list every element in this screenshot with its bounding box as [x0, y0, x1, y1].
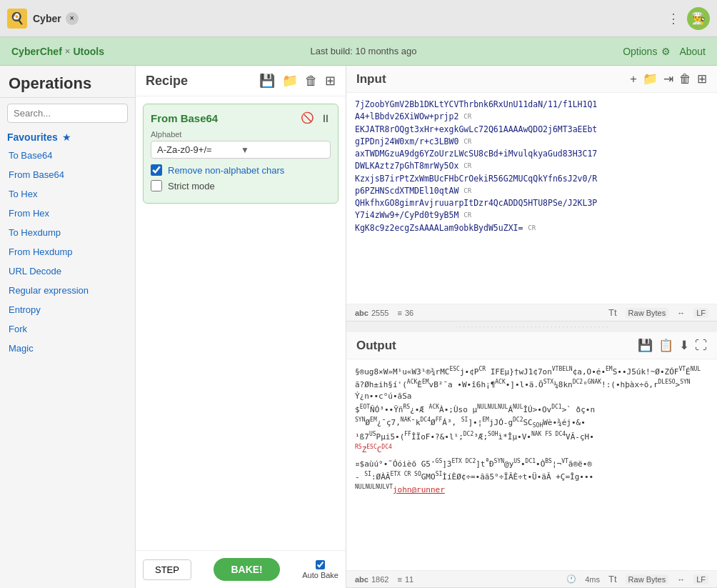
output-lines-icon: ≡: [397, 575, 401, 584]
recipe-operation-from-base64: From Base64 🚫 ⏸ Alphabet A-Za-z0-9+/= ▼ …: [143, 104, 339, 204]
star-icon: ★: [62, 131, 71, 143]
auto-bake-label: Auto Bake: [302, 571, 339, 579]
abc-icon: abc: [355, 309, 368, 317]
download-output-button[interactable]: ⬇: [679, 338, 689, 353]
output-lf-button[interactable]: LF: [693, 574, 708, 584]
save-recipe-button[interactable]: 💾: [259, 73, 275, 89]
output-lines-badge: ≡ 11: [397, 575, 413, 584]
op-title: From Base64: [151, 112, 218, 124]
output-actions: 💾 📋 ⬇ ⛶: [638, 338, 707, 353]
build-info: Last build: 10 months ago: [311, 46, 417, 56]
output-title: Output: [356, 339, 638, 353]
output-abc-icon: abc: [355, 575, 368, 584]
gear-icon: ⚙: [661, 46, 671, 57]
clear-input-button[interactable]: 🗑: [679, 71, 691, 86]
output-char-count: 1862: [371, 575, 388, 584]
sidebar-item-to-hex[interactable]: To Hex: [0, 184, 135, 204]
strict-mode-row: Strict mode: [151, 180, 331, 191]
sidebar-item-from-hexdump[interactable]: From Hexdump: [0, 242, 135, 261]
nav-separator: ×: [65, 46, 71, 56]
sidebar-item-fork[interactable]: Fork: [0, 319, 135, 339]
favourites-section[interactable]: Favourites ★: [0, 129, 135, 146]
input-abc-badge: abc 2555: [355, 309, 388, 317]
utools-link[interactable]: Utools: [73, 46, 104, 57]
clear-recipe-button[interactable]: 🗑: [305, 73, 318, 89]
remove-nonalpha-checkbox[interactable]: [151, 164, 162, 176]
app-title: Cyber: [33, 13, 61, 24]
sidebar-item-to-base64[interactable]: To Base64: [0, 146, 135, 165]
input-panel: Input + 📁 ⇥ 🗑 ⊞ 7jZoobYGmV2Bb1DKLtYCVThr…: [346, 66, 717, 322]
recipe-actions: 💾 📁 🗑 ⊞: [259, 73, 336, 89]
disable-op-button[interactable]: 🚫: [301, 111, 314, 124]
panel-divider: · · · · · · · · · · · · · · · · · · · · …: [346, 322, 717, 332]
bake-button[interactable]: BAKE!: [214, 558, 279, 581]
output-footer: abc 1862 ≡ 11 🕐 4ms Tt Raw Bytes ↔ LF: [346, 570, 717, 587]
sidebar-item-from-base64[interactable]: From Base64: [0, 165, 135, 184]
load-url-button[interactable]: ⇥: [663, 71, 673, 86]
sidebar-item-to-hexdump[interactable]: To Hexdump: [0, 223, 135, 242]
auto-bake-checkbox[interactable]: [316, 560, 325, 569]
input-header: Input + 📁 ⇥ 🗑 ⊞: [346, 66, 717, 93]
input-title: Input: [356, 72, 630, 86]
copy-output-button[interactable]: 📋: [658, 338, 673, 353]
add-input-button[interactable]: +: [630, 71, 637, 86]
op-header: From Base64 🚫 ⏸: [151, 111, 331, 124]
logo-icon: 🍳: [10, 11, 24, 25]
tt-icon: Tt: [608, 307, 617, 318]
alphabet-field: Alphabet A-Za-z0-9+/= ▼: [151, 130, 331, 159]
lines-icon: ≡: [397, 309, 401, 317]
lf-button[interactable]: LF: [693, 308, 708, 318]
strict-mode-checkbox[interactable]: [151, 180, 162, 191]
raw-bytes-button[interactable]: Raw Bytes: [626, 308, 669, 318]
expand-output-button[interactable]: ⛶: [695, 338, 707, 353]
load-recipe-button[interactable]: 📁: [282, 73, 298, 89]
alphabet-select[interactable]: A-Za-z0-9+/= ▼: [151, 141, 331, 159]
input-content[interactable]: 7jZoobYGmV2Bb1DKLtYCVThrbnk6RxUnU11daN/1…: [346, 93, 717, 304]
output-header: Output 💾 📋 ⬇ ⛶: [346, 332, 717, 359]
more-options-icon[interactable]: ⋮: [667, 11, 680, 26]
strict-mode-label: Strict mode: [168, 181, 215, 191]
close-button[interactable]: ×: [66, 12, 79, 25]
cyberchef-link[interactable]: CyberChef: [11, 46, 62, 57]
alphabet-value: A-Za-z0-9+/=: [157, 144, 241, 155]
titlebar: 🍳 Cyber × ⋮ 👨‍🍳: [0, 0, 717, 37]
sidebar: Operations Favourites ★ To Base64 From B…: [0, 66, 136, 588]
avatar-icon: 👨‍🍳: [691, 11, 706, 25]
sidebar-item-magic[interactable]: Magic: [0, 339, 135, 358]
sidebar-item-from-hex[interactable]: From Hex: [0, 204, 135, 223]
app-logo: 🍳: [7, 9, 27, 29]
output-lines-count: 11: [405, 575, 413, 584]
options-label: Options: [623, 46, 657, 57]
dropdown-arrow-icon: ▼: [241, 145, 324, 155]
recipe-panel: Recipe 💾 📁 🗑 ⊞ From Base64 🚫 ⏸ Alphabet: [136, 66, 346, 588]
favourites-label: Favourites: [7, 131, 58, 143]
input-lines-count: 36: [405, 309, 413, 317]
about-link[interactable]: About: [679, 46, 706, 57]
avatar: 👨‍🍳: [687, 7, 710, 30]
sidebar-item-entropy[interactable]: Entropy: [0, 300, 135, 319]
navbar: CyberChef × Utools Last build: 10 months…: [0, 37, 717, 66]
output-raw-bytes-button[interactable]: Raw Bytes: [626, 574, 669, 584]
remove-nonalpha-label: Remove non-alphabet chars: [168, 165, 284, 176]
recipe-footer: STEP BAKE! Auto Bake: [136, 550, 346, 588]
recipe-title: Recipe: [146, 74, 259, 89]
open-file-button[interactable]: 📁: [643, 71, 658, 86]
tab-layout-button[interactable]: ⊞: [697, 71, 707, 86]
output-abc-badge: abc 1862: [355, 575, 388, 584]
sidebar-item-regex[interactable]: Regular expression: [0, 281, 135, 300]
layout-toggle-button[interactable]: ⊞: [325, 73, 336, 89]
output-content: §®ug8×W»M¹u«W3¹®¾rMCESCj•¢PCR IFEµ}†wJ1¢…: [346, 359, 717, 570]
output-time: 4ms: [585, 575, 600, 584]
pause-op-button[interactable]: ⏸: [320, 111, 331, 124]
sidebar-item-url-decode[interactable]: URL Decode: [0, 261, 135, 281]
recipe-header: Recipe 💾 📁 🗑 ⊞: [136, 66, 346, 96]
io-container: Input + 📁 ⇥ 🗑 ⊞ 7jZoobYGmV2Bb1DKLtYCVThr…: [346, 66, 717, 588]
search-input[interactable]: [7, 104, 128, 123]
input-lines-badge: ≡ 36: [397, 309, 413, 317]
input-footer: abc 2555 ≡ 36 Tt Raw Bytes ↔ LF: [346, 304, 717, 321]
save-output-button[interactable]: 💾: [638, 338, 653, 353]
options-button[interactable]: Options ⚙: [623, 46, 671, 57]
operations-heading: Operations: [0, 66, 135, 98]
alphabet-label: Alphabet: [151, 130, 331, 139]
step-button[interactable]: STEP: [143, 559, 191, 580]
